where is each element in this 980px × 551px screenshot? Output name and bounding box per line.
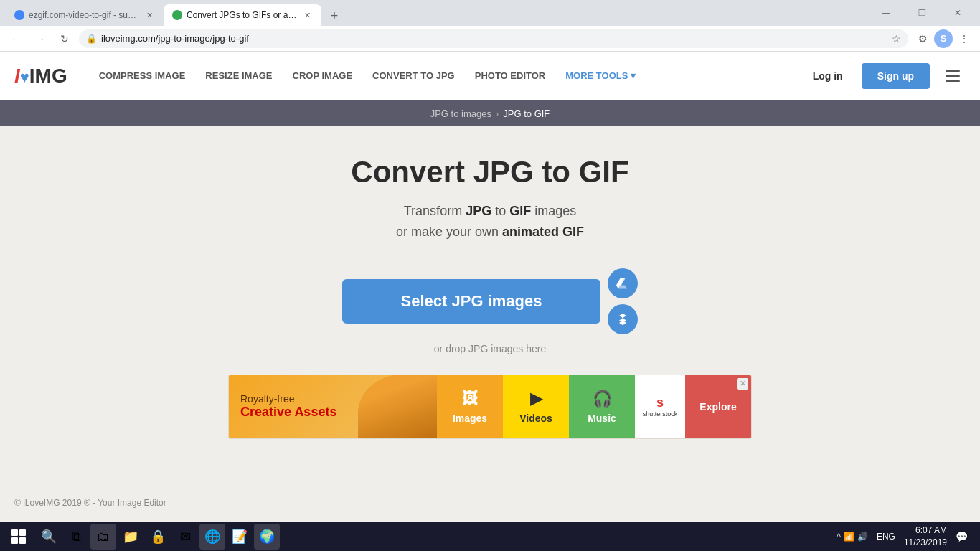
ad-videos-icon: ▶ [530,390,542,408]
bookmark-icon[interactable]: ☆ [892,33,901,44]
taskbar-word[interactable]: 📝 [227,524,253,550]
subtitle-gif: GIF [509,204,531,218]
ad-images-section[interactable]: 🖼 Images [437,375,503,438]
volume-icon: 🔊 [857,532,868,542]
tab-2[interactable]: Convert JPGs to GIFs or animate... ✕ [164,4,321,26]
logo-text: I♥IMG [14,65,67,88]
ad-shutterstock-logo: s shutterstock [635,375,685,438]
ad-images-icon: 🖼 [462,390,478,408]
new-tab-button[interactable]: + [324,6,344,26]
taskbar-file-manager[interactable]: 🗂 [90,524,116,550]
ad-left-text: Royalty-free Creative Assets [240,393,336,420]
nav-compress[interactable]: COMPRESS IMAGE [89,52,196,100]
title-bar: ezgif.com-video-to-gif - support ✕ Conve… [0,0,980,26]
ad-sections: 🖼 Images ▶ Videos 🎧 Music s shutterstock [437,375,751,438]
tab-1[interactable]: ezgif.com-video-to-gif - support ✕ [6,4,164,26]
ad-creative-assets-text: Creative Assets [240,405,336,420]
taskbar-mail[interactable]: ✉ [172,524,198,550]
minimize-button[interactable]: — [870,2,903,24]
close-button[interactable]: ✕ [941,2,974,24]
clock-date: 11/23/2019 [904,537,947,549]
ad-music-label: Music [588,413,616,424]
taskbar-folder[interactable]: 📁 [118,524,143,550]
taskbar-task-view[interactable]: ⧉ [63,524,89,550]
taskbar: 🔍 ⧉ 🗂 📁 🔒 ✉ 🌐 📝 🌍 ^ 📶 🔊 ENG 6:07 AM 11/2… [0,522,980,551]
tab-2-title: Convert JPGs to GIFs or animate... [187,10,297,20]
ad-music-section[interactable]: 🎧 Music [569,375,635,438]
main-content: Convert JPG to GIF Transform JPG to GIF … [0,126,980,484]
nav-convert[interactable]: CONVERT TO JPG [362,52,465,100]
logo-i: I [14,65,20,87]
ad-videos-label: Videos [519,413,552,424]
start-button[interactable] [3,522,34,551]
breadcrumb-current: JPG to GIF [503,108,550,119]
taskbar-lock[interactable]: 🔒 [145,524,171,550]
login-button[interactable]: Log in [800,65,856,88]
clock-time: 6:07 AM [904,524,947,537]
taskbar-chrome[interactable]: 🌍 [254,524,280,550]
language-indicator: ENG [877,532,895,542]
window-controls: — ❐ ✕ [870,2,974,24]
expand-tray-icon[interactable]: ^ [837,532,841,542]
drop-hint: or drop JPG images here [434,343,546,354]
tab-bar: ezgif.com-video-to-gif - support ✕ Conve… [6,0,864,26]
system-tray: ^ 📶 🔊 ENG 6:07 AM 11/23/2019 💬 [837,524,971,549]
logo-img: IMG [29,65,67,87]
upload-area: Select JPG images [342,268,638,334]
select-images-button[interactable]: Select JPG images [342,279,600,324]
clock[interactable]: 6:07 AM 11/23/2019 [904,524,947,549]
extensions-icon[interactable]: ⚙ [913,29,933,49]
nav-actions: Log in Sign up [800,63,966,89]
security-icon: 🔒 [86,34,97,44]
website-content: I♥IMG COMPRESS IMAGE RESIZE IMAGE CROP I… [0,52,980,522]
back-button[interactable]: ← [6,29,26,49]
address-bar: ← → ↻ 🔒 iloveimg.com/jpg-to-image/jpg-to… [0,26,980,52]
page-subtitle: Transform JPG to GIF images or make your… [396,201,584,242]
ad-ss-text: shutterstock [643,410,678,418]
logo[interactable]: I♥IMG [14,65,67,88]
page-title: Convert JPG to GIF [351,155,628,189]
subtitle-animated-gif: animated GIF [502,225,584,239]
taskbar-right: ^ 📶 🔊 ENG 6:07 AM 11/23/2019 💬 [837,524,977,549]
top-nav: I♥IMG COMPRESS IMAGE RESIZE IMAGE CROP I… [0,52,980,100]
toolbar-icons: ⚙ S ⋮ [913,29,974,49]
profile-icon[interactable]: S [934,29,953,48]
google-drive-button[interactable] [608,268,638,298]
taskbar-search[interactable]: 🔍 [36,524,62,550]
breadcrumb-parent[interactable]: JPG to images [430,108,491,119]
network-icon: 📶 [844,532,854,542]
forward-button[interactable]: → [30,29,50,49]
menu-icon[interactable]: ⋮ [954,29,974,49]
ad-explore-label: Explore [699,401,736,413]
windows-logo-icon [11,529,26,544]
ad-ss-icon: s [656,395,664,410]
url-bar[interactable]: 🔒 iloveimg.com/jpg-to-image/jpg-to-gif ☆ [79,29,908,48]
ad-videos-section[interactable]: ▶ Videos [503,375,569,438]
ad-close-button[interactable]: ✕ [737,378,748,390]
hamburger-menu[interactable] [940,63,966,89]
signup-button[interactable]: Sign up [862,63,930,89]
tab-2-close[interactable]: ✕ [301,9,313,21]
nav-editor[interactable]: PHOTO EDITOR [465,52,555,100]
footer-copyright: © iLoveIMG 2019 ® - Your Image Editor [14,498,166,508]
dropbox-button[interactable] [608,304,638,334]
url-text: iloveimg.com/jpg-to-image/jpg-to-gif [101,33,249,44]
subtitle-jpg: JPG [466,204,491,218]
refresh-button[interactable]: ↻ [55,29,75,49]
nav-links: COMPRESS IMAGE RESIZE IMAGE CROP IMAGE C… [89,52,800,100]
notification-icon[interactable]: 💬 [951,527,971,547]
ad-images-label: Images [453,413,487,424]
nav-resize[interactable]: RESIZE IMAGE [195,52,282,100]
tab-1-favicon [14,10,24,20]
breadcrumb-separator: › [496,108,499,119]
ad-music-icon: 🎧 [593,390,612,408]
nav-more-tools[interactable]: MORE TOOLS ▾ [555,52,646,100]
maximize-button[interactable]: ❐ [905,2,938,24]
hamburger-line-2 [946,75,960,77]
nav-crop[interactable]: CROP IMAGE [283,52,363,100]
ad-banner: ✕ Royalty-free Creative Assets [228,375,752,439]
ad-creative-text: Creative Assets [240,405,336,419]
tab-1-close[interactable]: ✕ [143,9,155,21]
ad-left-section: Royalty-free Creative Assets [229,375,437,438]
taskbar-edge[interactable]: 🌐 [199,524,225,550]
